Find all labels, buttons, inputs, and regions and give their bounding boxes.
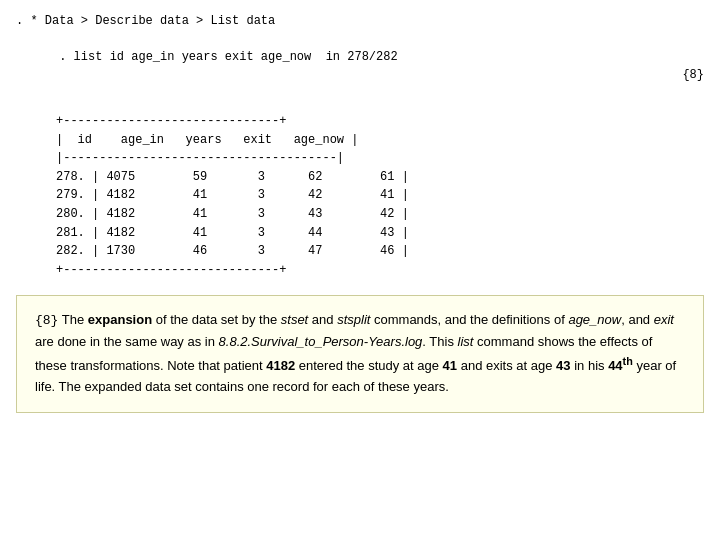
code-line-1: . * Data > Describe data > List data <box>16 12 704 30</box>
explanation-box: {8} The expansion of the data set by the… <box>16 295 704 413</box>
table-header-sep: |--------------------------------------| <box>56 149 704 168</box>
th-superscript: th <box>623 355 633 367</box>
code-header: . * Data > Describe data > List data . l… <box>16 12 704 102</box>
data-table: +------------------------------+ | id ag… <box>56 112 704 279</box>
table-row-279: 279. | 4182 41 3 42 41 | <box>56 186 704 205</box>
stset-italic: stset <box>281 312 308 327</box>
list-italic: list <box>458 334 474 349</box>
table-row-278: 278. | 4075 59 3 62 61 | <box>56 168 704 187</box>
table-row-280: 280. | 4182 41 3 43 42 | <box>56 205 704 224</box>
age-now-italic: age_now <box>568 312 621 327</box>
stsplit-italic: stsplit <box>337 312 370 327</box>
table-row-282: 282. | 1730 46 3 47 46 | <box>56 242 704 261</box>
expansion-bold: expansion <box>88 312 152 327</box>
exit-italic: exit <box>654 312 674 327</box>
explanation-tag: {8} <box>35 313 58 328</box>
age-41-bold: 41 <box>443 358 457 373</box>
code-line-2: . list id age_in years exit age_now in 2… <box>16 30 704 102</box>
patient-id-bold: 4182 <box>266 358 295 373</box>
log-ref-italic: 8.8.2.Survival_to_Person-Years.log <box>219 334 423 349</box>
age-44-bold: 44th <box>608 358 633 373</box>
tag-header: {8} <box>682 66 704 84</box>
age-43-bold: 43 <box>556 358 570 373</box>
page: . * Data > Describe data > List data . l… <box>0 0 720 540</box>
table-border-top: +------------------------------+ <box>56 112 704 131</box>
table-border-bottom: +------------------------------+ <box>56 261 704 280</box>
table-header: | id age_in years exit age_now | <box>56 131 704 150</box>
explanation-text: The expansion of the data set by the sts… <box>35 312 676 394</box>
table-row-281: 281. | 4182 41 3 44 43 | <box>56 224 704 243</box>
list-command: . list id age_in years exit age_now in 2… <box>59 50 397 64</box>
